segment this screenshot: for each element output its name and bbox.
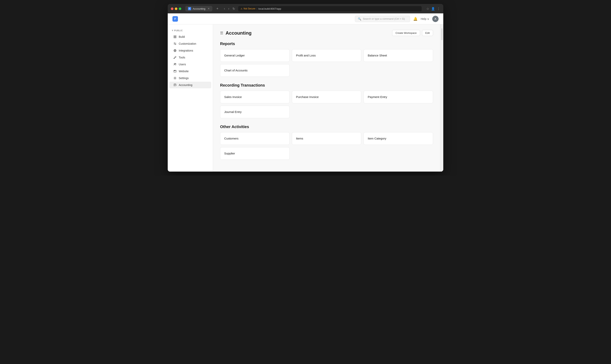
search-placeholder: Search or type a command (Ctrl + G) <box>363 17 405 20</box>
card-label: Purchase Invoice <box>296 95 319 99</box>
website-icon <box>173 69 177 73</box>
cards-grid: Sales InvoicePurchase InvoicePayment Ent… <box>220 91 433 118</box>
card-general-ledger[interactable]: General Ledger <box>220 49 290 62</box>
accounting-icon <box>173 83 177 87</box>
sidebar-item-accounting[interactable]: Accounting <box>169 82 211 88</box>
sidebar-item-customization[interactable]: Customization <box>169 40 211 47</box>
card-items[interactable]: Items <box>292 132 361 145</box>
card-label: Item Category <box>368 137 386 140</box>
sidebar-item-label: Settings <box>179 77 189 80</box>
close-button[interactable] <box>171 7 173 10</box>
svg-point-4 <box>174 43 175 43</box>
sidebar-item-label: Integrations <box>179 49 193 52</box>
card-label: Balance Sheet <box>368 54 387 57</box>
browser-window: F Accounting ✕ + ‹ › ↻ ⚠ Not Secure | lo… <box>168 4 443 171</box>
sidebar-item-label: Tools <box>179 56 185 59</box>
page-header: ☰ Accounting Create Workspace Edit <box>220 30 433 36</box>
card-journal-entry[interactable]: Journal Entry <box>220 106 290 118</box>
card-profit-and-loss[interactable]: Profit and Loss <box>292 49 361 62</box>
hamburger-menu-icon[interactable]: ☰ <box>220 31 223 35</box>
browser-actions: ☆ 👤 ⋮ <box>426 7 440 11</box>
sidebar-item-label: Website <box>179 70 188 73</box>
card-label: Payment Entry <box>368 95 387 99</box>
card-purchase-invoice[interactable]: Purchase Invoice <box>292 91 361 103</box>
card-label: General Ledger <box>224 54 245 57</box>
tools-icon <box>173 56 177 59</box>
sidebar-item-label: Customization <box>179 42 196 45</box>
account-button[interactable]: 👤 <box>431 7 435 11</box>
cards-grid: CustomersItemsItem CategorySupplier <box>220 132 433 160</box>
sidebar-item-website[interactable]: Website <box>169 68 211 75</box>
page-header-left: ☰ Accounting <box>220 30 252 36</box>
card-sales-invoice[interactable]: Sales Invoice <box>220 91 290 103</box>
sidebar-item-build[interactable]: Build <box>169 33 211 40</box>
back-button[interactable]: ‹ <box>223 6 226 11</box>
svg-point-15 <box>174 70 174 71</box>
sidebar-section-public: ∨ PUBLIC <box>168 28 213 33</box>
card-label: Items <box>296 137 303 140</box>
section-title: Other Activities <box>220 125 433 129</box>
scrollbar-area <box>440 24 443 171</box>
navbar-left: F <box>173 16 178 22</box>
notification-button[interactable]: 🔔 <box>413 17 417 21</box>
scroll-indicator[interactable] <box>441 28 442 40</box>
reload-button[interactable]: ↻ <box>232 6 236 12</box>
card-chart-of-accounts[interactable]: Chart of Accounts <box>220 64 290 77</box>
card-supplier[interactable]: Supplier <box>220 147 290 160</box>
card-item-category[interactable]: Item Category <box>364 132 433 145</box>
card-payment-entry[interactable]: Payment Entry <box>364 91 433 103</box>
sidebar-item-label: Users <box>179 63 186 66</box>
forward-button[interactable]: › <box>227 6 230 11</box>
svg-point-6 <box>175 44 176 45</box>
sidebar-item-settings[interactable]: Settings <box>169 75 211 81</box>
card-label: Sales Invoice <box>224 95 242 99</box>
sidebar-item-users[interactable]: Users <box>169 61 211 68</box>
browser-titlebar: F Accounting ✕ + ‹ › ↻ ⚠ Not Secure | lo… <box>168 4 443 13</box>
page-title: Accounting <box>226 30 252 36</box>
edit-button[interactable]: Edit <box>422 30 433 36</box>
tab-close-button[interactable]: ✕ <box>208 7 210 10</box>
bookmark-button[interactable]: ☆ <box>426 7 429 11</box>
settings-icon <box>173 76 177 80</box>
chevron-down-icon: ∨ <box>172 29 173 32</box>
create-workspace-button[interactable]: Create Workspace <box>392 30 420 36</box>
card-label: Profit and Loss <box>296 54 316 57</box>
chevron-down-icon: ∨ <box>427 17 429 20</box>
search-bar[interactable]: 🔍 Search or type a command (Ctrl + G) <box>355 16 410 22</box>
address-bar[interactable]: ⚠ Not Secure | local.build:8007/app <box>238 6 422 12</box>
card-label: Customers <box>224 137 239 140</box>
browser-tab[interactable]: F Accounting ✕ <box>185 6 213 12</box>
svg-point-17 <box>175 78 176 79</box>
card-customers[interactable]: Customers <box>220 132 290 145</box>
svg-rect-0 <box>174 36 175 37</box>
sidebar-item-tools[interactable]: Tools <box>169 54 211 61</box>
new-tab-button[interactable]: + <box>216 7 218 11</box>
sections-container: ReportsGeneral LedgerProfit and LossBala… <box>220 41 433 160</box>
more-options-button[interactable]: ⋮ <box>437 7 440 11</box>
app-logo[interactable]: F <box>173 16 178 22</box>
section-title: Recording Transactions <box>220 83 433 88</box>
top-navbar: F 🔍 Search or type a command (Ctrl + G) … <box>168 13 443 24</box>
content-area: ☰ Accounting Create Workspace Edit Repor… <box>213 24 440 171</box>
sidebar: ∨ PUBLIC Build <box>168 24 213 171</box>
card-balance-sheet[interactable]: Balance Sheet <box>364 49 433 62</box>
svg-point-11 <box>174 63 175 64</box>
app-container: F 🔍 Search or type a command (Ctrl + G) … <box>168 13 443 171</box>
integrations-icon <box>173 49 177 52</box>
browser-controls: ‹ › ↻ <box>223 6 236 12</box>
users-icon <box>173 63 177 66</box>
user-avatar[interactable]: A <box>432 16 438 22</box>
help-button[interactable]: Help ∨ <box>421 17 429 20</box>
page-actions: Create Workspace Edit <box>392 30 433 36</box>
maximize-button[interactable] <box>179 7 181 10</box>
section-other-activities: Other ActivitiesCustomersItemsItem Categ… <box>220 125 433 160</box>
main-layout: ∨ PUBLIC Build <box>168 24 443 171</box>
svg-rect-3 <box>175 37 176 38</box>
address-url: local.build:8007/app <box>258 7 281 10</box>
section-recording-transactions: Recording TransactionsSales InvoicePurch… <box>220 83 433 118</box>
sidebar-item-integrations[interactable]: Integrations <box>169 47 211 54</box>
security-warning-icon: ⚠ <box>240 7 242 10</box>
cards-grid: General LedgerProfit and LossBalance She… <box>220 49 433 77</box>
customization-icon <box>173 42 177 45</box>
minimize-button[interactable] <box>175 7 177 10</box>
